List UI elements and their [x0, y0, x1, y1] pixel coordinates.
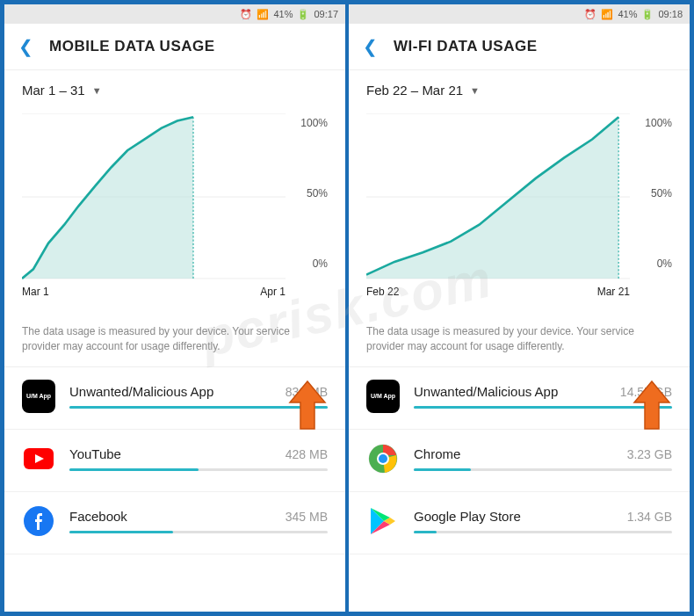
clock-time: 09:18 — [658, 9, 683, 19]
x-tick: Feb 22 — [366, 286, 399, 298]
app-usage-list: U/M AppUnwanted/Malicious App836 MBYouTu… — [4, 367, 345, 612]
y-axis-labels: 100% 50% 0% — [630, 113, 672, 280]
app-row[interactable]: U/M AppUnwanted/Malicious App836 MB — [4, 367, 345, 430]
chart-svg-right — [366, 113, 630, 280]
battery-pct: 41% — [618, 9, 637, 19]
clock-time: 09:17 — [314, 9, 338, 19]
app-content: Chrome3.23 GB — [414, 446, 672, 471]
app-name: Google Play Store — [414, 509, 521, 524]
date-range-label: Mar 1 – 31 — [22, 83, 85, 98]
usage-bar — [69, 531, 328, 533]
battery-icon: 🔋 — [641, 9, 654, 20]
usage-disclaimer: The data usage is measured by your devic… — [349, 312, 690, 367]
y-tick: 100% — [300, 117, 328, 129]
app-name: Facebook — [69, 509, 127, 524]
app-content: Google Play Store1.34 GB — [414, 509, 672, 533]
panel-wifi-data: ⏰ 📶 41% 🔋 09:18 ❮ WI-FI DATA USAGE Feb 2… — [348, 4, 690, 612]
page-header: ❮ WI-FI DATA USAGE — [349, 24, 690, 70]
date-range-label: Feb 22 – Mar 21 — [366, 83, 463, 98]
app-name: Unwanted/Malicious App — [69, 384, 213, 399]
chrome-icon — [366, 442, 400, 475]
app-usage-value: 1.34 GB — [627, 510, 672, 524]
facebook-icon — [22, 504, 55, 538]
chevron-down-icon: ▼ — [92, 85, 102, 96]
app-icon-um: U/M App — [366, 380, 400, 413]
app-row[interactable]: Chrome3.23 GB — [349, 430, 690, 492]
app-name: Chrome — [414, 446, 460, 461]
alarm-icon: ⏰ — [584, 9, 596, 20]
y-tick: 0% — [313, 257, 328, 270]
date-range-selector[interactable]: Mar 1 – 31 ▼ — [4, 70, 345, 105]
app-usage-value: 3.23 GB — [627, 447, 672, 461]
app-content: YouTube428 MB — [69, 446, 328, 471]
youtube-icon — [22, 442, 55, 475]
usage-chart: 100% 50% 0% Mar 1 Apr 1 — [4, 105, 345, 312]
app-usage-value: 428 MB — [286, 447, 328, 461]
x-axis-labels: Mar 1 Apr 1 — [22, 280, 328, 298]
x-tick: Mar 21 — [597, 286, 630, 298]
usage-bar — [69, 468, 328, 471]
app-row[interactable]: YouTube428 MB — [4, 430, 345, 492]
battery-pct: 41% — [273, 9, 293, 19]
panel-mobile-data: ⏰ 📶 41% 🔋 09:17 ❮ MOBILE DATA USAGE Mar … — [4, 4, 346, 612]
page-title: WI-FI DATA USAGE — [394, 38, 538, 55]
chevron-down-icon: ▼ — [470, 85, 480, 96]
app-usage-value: 836 MB — [286, 385, 328, 399]
play-store-icon — [366, 504, 400, 538]
usage-bar — [69, 406, 328, 409]
usage-bar — [414, 468, 672, 471]
chart-svg-left — [22, 113, 286, 280]
usage-bar — [414, 406, 672, 409]
app-content: Unwanted/Malicious App14.55 GB — [414, 384, 672, 409]
signal-icon: 📶 — [257, 9, 269, 20]
usage-disclaimer: The data usage is measured by your devic… — [4, 312, 345, 367]
app-content: Unwanted/Malicious App836 MB — [69, 384, 328, 409]
page-header: ❮ MOBILE DATA USAGE — [4, 24, 345, 70]
x-tick: Mar 1 — [22, 286, 49, 298]
alarm-icon: ⏰ — [240, 9, 252, 20]
app-name: YouTube — [69, 446, 121, 461]
x-axis-labels: Feb 22 Mar 21 — [366, 280, 672, 298]
back-icon[interactable]: ❮ — [363, 36, 378, 57]
signal-icon: 📶 — [601, 9, 613, 20]
app-icon-um: U/M App — [22, 380, 55, 413]
app-usage-value: 345 MB — [286, 510, 328, 524]
usage-bar — [414, 531, 672, 533]
app-usage-list: U/M AppUnwanted/Malicious App14.55 GBChr… — [349, 367, 690, 612]
app-name: Unwanted/Malicious App — [414, 384, 558, 399]
y-tick: 50% — [651, 187, 672, 199]
app-content: Facebook345 MB — [69, 509, 328, 533]
y-tick: 100% — [645, 117, 672, 129]
y-axis-labels: 100% 50% 0% — [286, 113, 328, 280]
app-row[interactable]: Facebook345 MB — [4, 492, 345, 554]
app-row[interactable]: Google Play Store1.34 GB — [349, 492, 690, 554]
usage-chart: 100% 50% 0% Feb 22 Mar 21 — [349, 105, 690, 312]
x-tick: Apr 1 — [260, 286, 286, 298]
date-range-selector[interactable]: Feb 22 – Mar 21 ▼ — [349, 70, 690, 105]
status-bar: ⏰ 📶 41% 🔋 09:18 — [349, 4, 690, 24]
y-tick: 0% — [657, 257, 672, 270]
back-icon[interactable]: ❮ — [18, 36, 33, 57]
page-title: MOBILE DATA USAGE — [49, 38, 215, 55]
app-row[interactable]: U/M AppUnwanted/Malicious App14.55 GB — [349, 367, 690, 430]
app-usage-value: 14.55 GB — [620, 385, 672, 399]
status-bar: ⏰ 📶 41% 🔋 09:17 — [4, 4, 345, 24]
battery-icon: 🔋 — [297, 9, 309, 20]
svg-point-13 — [379, 454, 387, 463]
y-tick: 50% — [307, 187, 328, 199]
